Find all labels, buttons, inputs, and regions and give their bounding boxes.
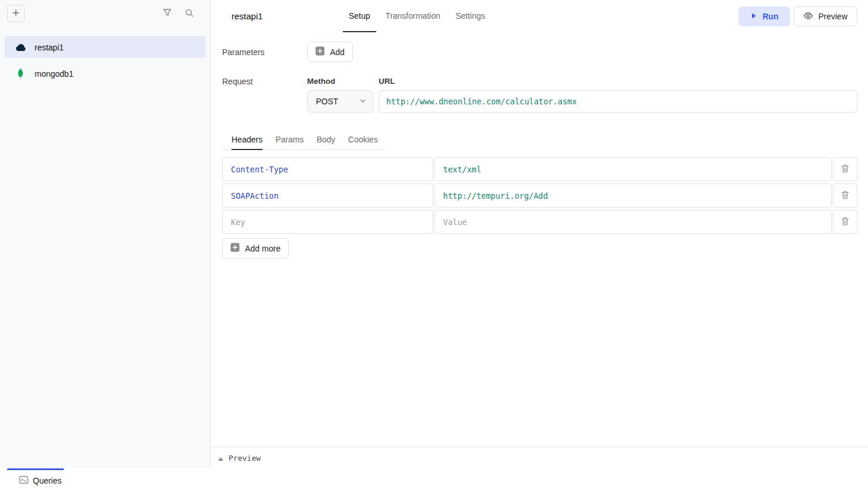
header-value-input[interactable]	[434, 157, 832, 181]
query-editor: restapi1 Setup Transformation Settings R…	[211, 0, 868, 468]
method-select[interactable]: POST	[307, 90, 373, 113]
tab-settings[interactable]: Settings	[450, 0, 491, 32]
tab-cookies[interactable]: Cookies	[348, 130, 378, 150]
response-preview-bar[interactable]: Preview	[211, 447, 868, 468]
request-label: Request	[222, 77, 307, 113]
trash-icon	[841, 191, 849, 201]
mongodb-icon	[15, 68, 26, 80]
add-more-label: Add more	[245, 244, 281, 253]
run-button-label: Run	[763, 12, 778, 21]
run-button[interactable]: Run	[738, 6, 790, 26]
request-row: Request Method POST URL	[222, 77, 857, 113]
query-title: restapi1	[232, 0, 343, 32]
rest-api-icon	[15, 43, 26, 52]
queries-tab-label: Queries	[33, 476, 62, 485]
url-input[interactable]	[379, 90, 857, 113]
setup-panel: Parameters Add Request Method	[211, 32, 868, 447]
method-field: Method POST	[307, 77, 373, 113]
sidebar-item-restapi1[interactable]: restapi1	[5, 36, 206, 58]
plus-box-icon	[315, 46, 325, 57]
header-value-input[interactable]	[434, 183, 832, 208]
request-config-tabs: Headers Params Body Cookies	[222, 130, 385, 150]
header-row	[222, 210, 857, 234]
search-icon	[185, 8, 194, 19]
tab-body[interactable]: Body	[316, 130, 335, 150]
trash-icon	[841, 217, 849, 227]
parameters-label: Parameters	[222, 42, 307, 62]
sidebar-toolbar-actions	[159, 5, 198, 22]
trash-icon	[841, 164, 849, 175]
sidebar-item-mongodb1[interactable]: mongodb1	[5, 63, 206, 84]
tab-headers[interactable]: Headers	[232, 130, 263, 150]
header-key-input[interactable]	[222, 157, 433, 181]
request-fields: Method POST URL	[307, 77, 857, 113]
add-more-button[interactable]: Add more	[222, 238, 289, 259]
sidebar: restapi1 mongodb1	[0, 0, 211, 468]
header-actions: Run Preview	[738, 0, 868, 32]
new-query-button[interactable]	[7, 5, 25, 22]
workspace: restapi1 mongodb1 restapi1 Setup Transfo…	[0, 0, 868, 468]
response-preview-label: Preview	[229, 454, 261, 463]
active-tab-indicator	[7, 468, 64, 470]
preview-button-label: Preview	[818, 12, 847, 21]
bottom-tab-bar: Queries	[0, 468, 868, 493]
queries-icon	[19, 476, 28, 485]
url-field: URL	[379, 77, 857, 113]
method-label: Method	[307, 77, 373, 86]
delete-row-button[interactable]	[833, 210, 857, 234]
filter-button[interactable]	[159, 5, 175, 22]
header-row	[222, 183, 857, 208]
plus-icon	[12, 9, 20, 19]
sidebar-toolbar	[0, 0, 210, 27]
tab-queries[interactable]: Queries	[19, 476, 62, 485]
add-parameter-button[interactable]: Add	[307, 42, 353, 62]
headers-table	[222, 157, 857, 234]
plus-box-icon	[230, 243, 240, 254]
header-key-input[interactable]	[222, 210, 433, 234]
play-icon	[750, 12, 757, 21]
app-root: restapi1 mongodb1 restapi1 Setup Transfo…	[0, 0, 868, 493]
header-value-input[interactable]	[434, 210, 832, 234]
header-key-input[interactable]	[222, 183, 433, 208]
tab-transformation[interactable]: Transformation	[380, 0, 447, 32]
filter-icon	[163, 8, 172, 19]
parameters-row: Parameters Add	[222, 42, 857, 62]
query-item-label: restapi1	[35, 43, 64, 52]
chevron-down-icon	[359, 97, 367, 107]
query-editor-header: restapi1 Setup Transformation Settings R…	[211, 0, 868, 32]
delete-row-button[interactable]	[833, 157, 857, 181]
search-button[interactable]	[181, 5, 198, 22]
query-list: restapi1 mongodb1	[0, 36, 210, 84]
add-parameter-label: Add	[330, 47, 345, 57]
delete-row-button[interactable]	[833, 183, 857, 208]
editor-tabs: Setup Transformation Settings	[343, 0, 491, 32]
url-label: URL	[379, 77, 857, 86]
tab-params[interactable]: Params	[275, 130, 304, 150]
query-item-label: mongodb1	[35, 69, 73, 79]
collapse-up-icon	[218, 453, 223, 463]
header-row	[222, 157, 857, 181]
preview-button[interactable]: Preview	[794, 6, 857, 26]
method-value: POST	[316, 97, 338, 106]
eye-icon	[804, 12, 813, 21]
tab-setup[interactable]: Setup	[343, 0, 376, 32]
